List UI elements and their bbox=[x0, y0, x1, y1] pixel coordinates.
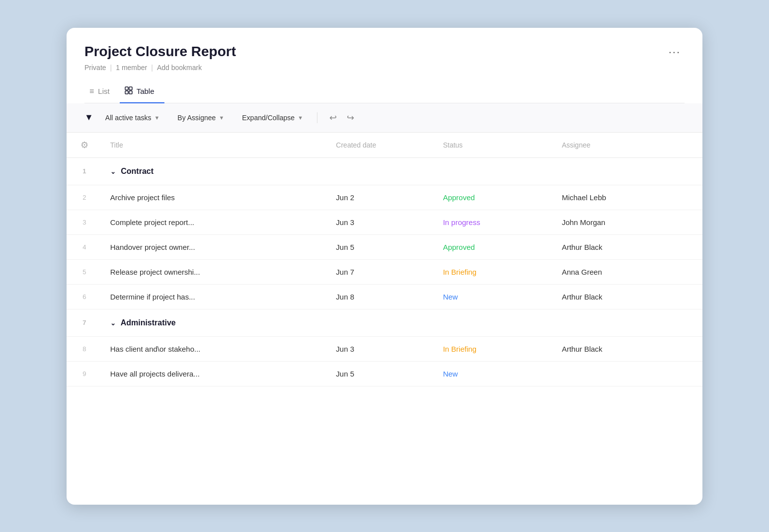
table-row: 9 Have all projects delivera... Jun 5 Ne… bbox=[67, 361, 702, 386]
page-title: Project Closure Report bbox=[84, 44, 236, 60]
toolbar-separator bbox=[317, 112, 317, 123]
row-num: 1 bbox=[67, 157, 102, 185]
svg-rect-2 bbox=[125, 91, 128, 94]
table-container: ⚙ Title Created date Status Assignee 1 ⌄… bbox=[67, 133, 702, 386]
group-chevron[interactable]: ⌄ bbox=[110, 168, 116, 175]
status-badge: In progress bbox=[443, 218, 480, 227]
table-row: 3 Complete project report... Jun 3 In pr… bbox=[67, 210, 702, 234]
group-status bbox=[435, 309, 554, 336]
group-label: Administrative bbox=[121, 318, 176, 327]
task-title[interactable]: Determine if project has... bbox=[102, 284, 328, 309]
task-date: Jun 5 bbox=[328, 361, 435, 386]
row-num: 7 bbox=[67, 309, 102, 336]
status-badge: New bbox=[443, 293, 458, 301]
group-date bbox=[328, 309, 435, 336]
task-date: Jun 3 bbox=[328, 336, 435, 361]
row-num: 2 bbox=[67, 185, 102, 210]
expandcollapse-button[interactable]: Expand/Collapse ▼ bbox=[236, 111, 309, 125]
task-assignee: Arthur Black bbox=[554, 234, 702, 259]
filter-icon: ▼ bbox=[84, 112, 93, 123]
header-row: ⚙ Title Created date Status Assignee bbox=[67, 133, 702, 158]
row-num: 5 bbox=[67, 259, 102, 284]
task-title[interactable]: Archive project files bbox=[102, 185, 328, 210]
tab-table[interactable]: Table bbox=[120, 81, 164, 103]
row-num: 6 bbox=[67, 284, 102, 309]
status-badge: Approved bbox=[443, 193, 475, 202]
table-body: 1 ⌄ Contract 2 Archive project files Jun… bbox=[67, 157, 702, 386]
page-subtitle: Private | 1 member | Add bookmark bbox=[84, 64, 236, 72]
task-date: Jun 5 bbox=[328, 234, 435, 259]
sep1: | bbox=[110, 64, 112, 72]
status-badge: In Briefing bbox=[443, 268, 477, 276]
svg-rect-0 bbox=[125, 87, 128, 90]
table-row: 4 Handover project owner... Jun 5 Approv… bbox=[67, 234, 702, 259]
table-header: ⚙ Title Created date Status Assignee bbox=[67, 133, 702, 158]
redo-button[interactable]: ↪ bbox=[343, 110, 358, 125]
task-status: In Briefing bbox=[435, 336, 554, 361]
col-status-header: Status bbox=[435, 133, 554, 158]
toolbar: ▼ All active tasks ▼ By Assignee ▼ Expan… bbox=[67, 103, 702, 133]
tab-list[interactable]: ≡ List bbox=[84, 81, 120, 103]
task-status: Approved bbox=[435, 185, 554, 210]
task-assignee: Michael Lebb bbox=[554, 185, 702, 210]
bookmark-link[interactable]: Add bookmark bbox=[157, 64, 202, 72]
task-status: In Briefing bbox=[435, 259, 554, 284]
svg-rect-3 bbox=[129, 91, 132, 94]
task-title[interactable]: Handover project owner... bbox=[102, 234, 328, 259]
group-date bbox=[328, 157, 435, 185]
task-status: New bbox=[435, 361, 554, 386]
task-assignee bbox=[554, 361, 702, 386]
task-date: Jun 8 bbox=[328, 284, 435, 309]
main-table: ⚙ Title Created date Status Assignee 1 ⌄… bbox=[67, 133, 702, 386]
group-label: Contract bbox=[121, 167, 154, 175]
groupby-button[interactable]: By Assignee ▼ bbox=[171, 111, 230, 125]
task-date: Jun 7 bbox=[328, 259, 435, 284]
more-button[interactable]: ··· bbox=[665, 44, 685, 61]
sep2: | bbox=[151, 64, 153, 72]
filter-button[interactable]: All active tasks ▼ bbox=[99, 111, 165, 125]
undo-button[interactable]: ↩ bbox=[325, 110, 341, 125]
header: Project Closure Report Private | 1 membe… bbox=[67, 28, 702, 103]
group-assignee bbox=[554, 157, 702, 185]
table-row: 7 ⌄ Administrative bbox=[67, 309, 702, 336]
settings-icon[interactable]: ⚙ bbox=[80, 140, 88, 150]
task-assignee: Arthur Black bbox=[554, 284, 702, 309]
row-num: 8 bbox=[67, 336, 102, 361]
group-chevron[interactable]: ⌄ bbox=[110, 319, 116, 327]
row-num: 3 bbox=[67, 210, 102, 234]
filter-chevron: ▼ bbox=[154, 115, 159, 121]
task-date: Jun 3 bbox=[328, 210, 435, 234]
filter-label: All active tasks bbox=[105, 114, 152, 122]
row-num: 4 bbox=[67, 234, 102, 259]
task-assignee: John Morgan bbox=[554, 210, 702, 234]
col-settings[interactable]: ⚙ bbox=[67, 133, 102, 158]
task-status: Approved bbox=[435, 234, 554, 259]
task-status: New bbox=[435, 284, 554, 309]
row-num: 9 bbox=[67, 361, 102, 386]
task-assignee: Anna Green bbox=[554, 259, 702, 284]
table-row: 1 ⌄ Contract bbox=[67, 157, 702, 185]
undo-redo-group: ↩ ↪ bbox=[325, 110, 358, 125]
groupby-label: By Assignee bbox=[177, 114, 216, 122]
group-assignee bbox=[554, 309, 702, 336]
list-icon: ≡ bbox=[89, 87, 94, 96]
col-assignee-header: Assignee bbox=[554, 133, 702, 158]
svg-rect-1 bbox=[129, 87, 132, 90]
task-title[interactable]: Complete project report... bbox=[102, 210, 328, 234]
task-assignee: Arthur Black bbox=[554, 336, 702, 361]
tabs-bar: ≡ List Table bbox=[84, 81, 685, 103]
group-status bbox=[435, 157, 554, 185]
tab-table-label: Table bbox=[137, 87, 154, 95]
main-card: Project Closure Report Private | 1 membe… bbox=[67, 28, 702, 505]
privacy-label: Private bbox=[84, 64, 106, 72]
group-title: ⌄ Contract bbox=[102, 157, 328, 185]
expandcollapse-label: Expand/Collapse bbox=[242, 114, 295, 122]
task-title[interactable]: Has client and\or stakeho... bbox=[102, 336, 328, 361]
group-title: ⌄ Administrative bbox=[102, 309, 328, 336]
task-title[interactable]: Have all projects delivera... bbox=[102, 361, 328, 386]
table-icon bbox=[125, 86, 133, 96]
task-title[interactable]: Release project ownershi... bbox=[102, 259, 328, 284]
status-badge: New bbox=[443, 370, 458, 378]
col-date-header: Created date bbox=[328, 133, 435, 158]
task-status: In progress bbox=[435, 210, 554, 234]
